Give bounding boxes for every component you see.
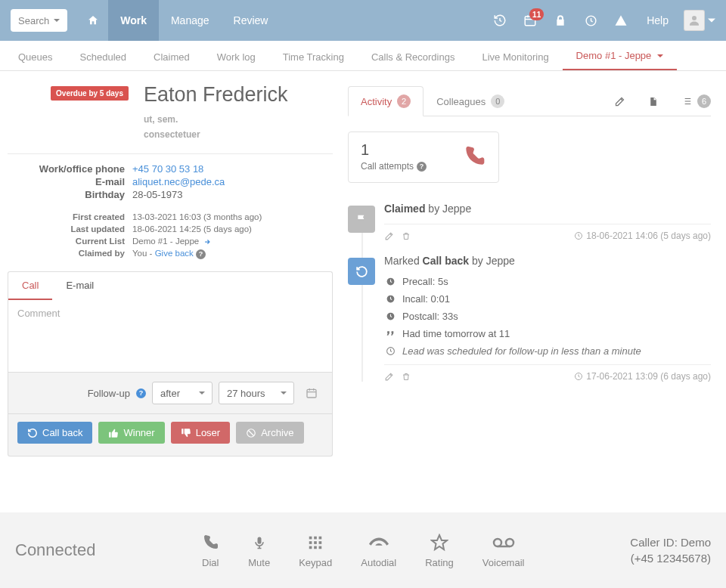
- connection-status: Connected: [15, 540, 95, 560]
- giveback-link[interactable]: Give back: [155, 249, 194, 258]
- quote-icon: [384, 329, 396, 339]
- tl-cb-suffix: by Jeppe: [469, 255, 515, 267]
- dial-button[interactable]: Dial: [201, 533, 219, 568]
- updated-value: 18-06-2021 14:25 (5 days ago): [132, 223, 252, 235]
- tl-cb-prefix: Marked: [384, 255, 423, 267]
- svg-point-2: [692, 16, 697, 20]
- help-icon[interactable]: ?: [417, 162, 427, 172]
- created-label: First created: [8, 211, 132, 223]
- clock-icon: [384, 277, 396, 286]
- tab-email[interactable]: E-mail: [52, 272, 107, 300]
- search-label: Search: [18, 15, 49, 26]
- history-icon[interactable]: [485, 5, 515, 36]
- subtab-queues[interactable]: Queues: [5, 44, 67, 70]
- svg-rect-17: [319, 541, 322, 544]
- refresh-icon: [348, 258, 375, 285]
- clock-icon: [574, 372, 583, 381]
- followup-mode-select[interactable]: after: [152, 382, 213, 404]
- autodial-button[interactable]: Autodial: [361, 533, 396, 568]
- doc-icon[interactable]: [648, 96, 658, 107]
- edit-icon[interactable]: [614, 96, 625, 107]
- svg-rect-3: [307, 389, 316, 398]
- subtab-scheduled[interactable]: Scheduled: [67, 44, 140, 70]
- help-icon[interactable]: ?: [196, 249, 206, 259]
- dial-label: Dial: [202, 557, 219, 568]
- clock-icon[interactable]: [576, 5, 606, 36]
- loser-button[interactable]: Loser: [171, 422, 231, 444]
- callback-label: Call back: [42, 427, 82, 438]
- keypad-icon: [307, 533, 324, 552]
- subtab-claimed[interactable]: Claimed: [140, 44, 203, 70]
- tab-colleagues-label: Colleagues: [436, 96, 486, 107]
- email-label: E-mail: [8, 176, 132, 187]
- subtab-livemon[interactable]: Live Monitoring: [468, 44, 562, 70]
- clock-icon: [384, 294, 396, 304]
- tab-activity[interactable]: Activity 2: [348, 86, 424, 116]
- arrow-right-icon[interactable]: [203, 238, 211, 246]
- archive-button[interactable]: Archive: [236, 422, 303, 444]
- autodial-label: Autodial: [361, 557, 396, 568]
- voicemail-icon: [492, 533, 515, 552]
- tab-activity-label: Activity: [361, 96, 392, 107]
- subtab-calls[interactable]: Calls & Recordings: [358, 44, 469, 70]
- email-link[interactable]: aliquet.nec@pede.ca: [132, 176, 225, 187]
- callback-button[interactable]: Call back: [17, 422, 92, 444]
- avatar[interactable]: [684, 10, 705, 31]
- keypad-label: Keypad: [299, 557, 332, 568]
- tl-claimed-rest: by Jeppe: [425, 203, 471, 215]
- subtab-timetracking[interactable]: Time Tracking: [269, 44, 358, 70]
- star-icon: [430, 533, 448, 552]
- tab-manage[interactable]: Manage: [159, 0, 222, 41]
- list-count: 6: [697, 94, 711, 108]
- flag-icon: [348, 206, 375, 233]
- trash-icon[interactable]: [402, 231, 411, 241]
- subtab-worklog[interactable]: Work log: [203, 44, 269, 70]
- tl-precall: Precall: 5s: [402, 276, 448, 287]
- tl-claimed-bold: Claimed: [384, 203, 425, 215]
- calendar-icon[interactable]: 11: [515, 5, 545, 36]
- phone-label: Work/office phone: [8, 163, 132, 175]
- lock-icon[interactable]: [545, 5, 576, 36]
- followup-value-select[interactable]: 27 hours: [219, 382, 294, 404]
- mic-icon: [252, 533, 267, 552]
- rating-button[interactable]: Rating: [425, 533, 454, 568]
- tab-work[interactable]: Work: [108, 0, 159, 41]
- voicemail-button[interactable]: Voicemail: [482, 533, 525, 568]
- help-link[interactable]: Help: [636, 14, 679, 26]
- edit-icon[interactable]: [384, 372, 394, 382]
- callerid-line2: (+45 12345678): [630, 550, 711, 566]
- contact-sub1: ut, sem.: [144, 114, 333, 125]
- archive-label: Archive: [261, 427, 293, 438]
- mute-button[interactable]: Mute: [248, 533, 270, 568]
- tab-call[interactable]: Call: [8, 272, 52, 300]
- help-icon[interactable]: ?: [136, 388, 146, 398]
- call-attempts-card: 1 Call attempts ?: [348, 132, 499, 183]
- comment-input[interactable]: Comment: [8, 300, 333, 373]
- calendar-badge: 11: [529, 8, 544, 20]
- trash-icon[interactable]: [402, 372, 411, 382]
- warning-icon[interactable]: [606, 5, 636, 36]
- svg-rect-13: [314, 536, 317, 539]
- clock-icon: [384, 346, 396, 356]
- winner-label: Winner: [123, 427, 154, 438]
- overdue-badge: Overdue by 5 days: [51, 86, 129, 101]
- tl-incall: Incall: 0:01: [402, 293, 450, 305]
- search-dropdown[interactable]: Search: [11, 9, 67, 32]
- subtab-demo[interactable]: Demo #1 - Jeppe: [563, 42, 677, 70]
- calendar-icon[interactable]: [300, 382, 323, 404]
- edit-icon[interactable]: [384, 231, 394, 241]
- keypad-button[interactable]: Keypad: [299, 533, 332, 568]
- winner-button[interactable]: Winner: [98, 422, 164, 444]
- attempts-number: 1: [361, 141, 427, 159]
- rating-label: Rating: [425, 557, 454, 568]
- svg-rect-12: [309, 536, 312, 539]
- claimedby-label: Claimed by: [8, 247, 132, 259]
- created-value: 13-03-2021 16:03 (3 months ago): [132, 211, 262, 223]
- home-icon[interactable]: [78, 5, 108, 36]
- list-icon[interactable]: 6: [681, 94, 711, 108]
- tab-colleagues[interactable]: Colleagues 0: [424, 86, 517, 116]
- tl-cb-bold: Call back: [423, 255, 469, 267]
- phone-link[interactable]: +45 70 30 53 18: [132, 163, 203, 175]
- svg-rect-16: [314, 541, 317, 544]
- tab-review[interactable]: Review: [222, 0, 281, 41]
